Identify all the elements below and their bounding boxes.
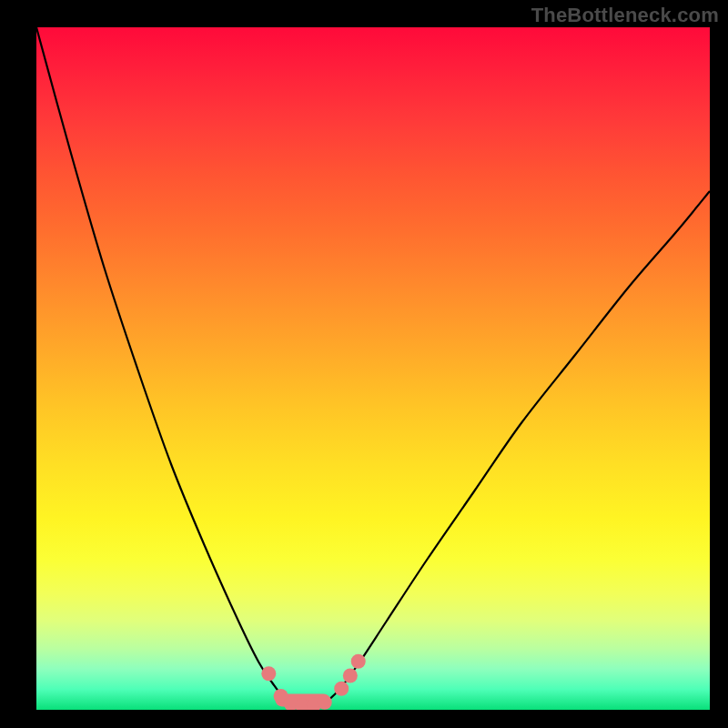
curve-line [36,27,710,707]
watermark-text: TheBottleneck.com [531,4,719,27]
marker-dot [318,695,332,710]
marker-dot [343,669,358,683]
marker-dot [334,682,349,696]
app-frame: TheBottleneck.com [0,0,728,728]
plot-area [36,27,710,710]
marker-dot [261,666,276,681]
bottleneck-curve [36,27,710,710]
marker-group [261,654,365,710]
marker-dot [351,654,366,669]
